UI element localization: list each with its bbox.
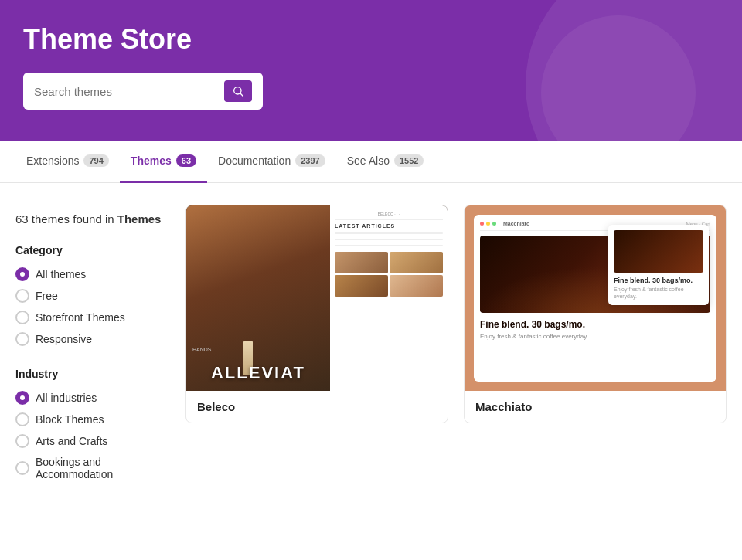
radio-arts-crafts (15, 434, 29, 448)
tab-see-also[interactable]: See Also 1552 (336, 141, 435, 183)
beleco-thumb-4 (390, 275, 443, 297)
filter-block-themes-label: Block Themes (36, 413, 104, 426)
macchiato-name: Macchiato (475, 400, 715, 413)
search-button[interactable] (224, 80, 252, 102)
macchiato-float-img (614, 230, 703, 273)
theme-card-macchiato[interactable]: Macchiato Menu · Cart Fine blend. 30 bag… (464, 205, 727, 423)
beleco-thumb-2 (390, 252, 443, 273)
macchiato-float-title: Fine blend. 30 bags/mo. (614, 277, 703, 284)
beleco-image-grid (335, 252, 443, 297)
search-icon (232, 85, 244, 97)
beleco-hands-label: HANDS (192, 347, 212, 352)
tab-themes[interactable]: Themes 63 (120, 141, 207, 183)
filter-free-label: Free (36, 290, 58, 302)
category-filter-title: Category (15, 244, 170, 256)
filter-free[interactable]: Free (15, 289, 170, 303)
tab-documentation-label: Documentation (218, 154, 291, 167)
macchiato-floating-card: Fine blend. 30 bags/mo. Enjoy fresh & fa… (608, 225, 709, 305)
beleco-left-panel: HANDS ALLEVIAT (186, 205, 330, 391)
tab-themes-badge: 63 (176, 154, 196, 167)
search-bar (23, 73, 263, 110)
filter-arts-crafts[interactable]: Arts and Crafts (15, 434, 170, 448)
tab-themes-label: Themes (131, 154, 172, 167)
filter-block-themes[interactable]: Block Themes (15, 412, 170, 426)
filter-storefront[interactable]: Storefront Themes (15, 311, 170, 324)
beleco-name: Beleco (197, 400, 437, 413)
themes-grid: HANDS ALLEVIAT BELECO · · · LATEST ARTIC… (186, 205, 727, 423)
filter-all-themes-label: All themes (36, 268, 86, 280)
svg-line-1 (240, 93, 243, 97)
search-input[interactable] (34, 85, 224, 98)
page-title: Theme Store (23, 23, 719, 56)
tab-see-also-badge: 1552 (394, 154, 424, 167)
filter-responsive-label: Responsive (36, 333, 92, 345)
tab-see-also-label: See Also (347, 154, 390, 167)
macchiato-description: Enjoy fresh & fantastic coffee everyday. (480, 332, 710, 341)
filter-responsive[interactable]: Responsive (15, 332, 170, 346)
radio-all-industries (15, 391, 29, 405)
tab-extensions-label: Extensions (26, 154, 79, 167)
radio-block-themes (15, 412, 29, 426)
beleco-preview: HANDS ALLEVIAT BELECO · · · LATEST ARTIC… (186, 205, 448, 391)
filter-all-themes[interactable]: All themes (15, 267, 170, 281)
radio-free (15, 289, 29, 303)
beleco-thumb-1 (335, 252, 388, 273)
site-header: Theme Store (0, 0, 742, 141)
filter-arts-crafts-label: Arts and Crafts (36, 435, 107, 447)
dot-red (480, 222, 484, 226)
beleco-divider-3 (335, 245, 443, 246)
svg-point-0 (234, 87, 241, 94)
tab-extensions[interactable]: Extensions 794 (15, 141, 120, 183)
results-context: Themes (117, 212, 162, 226)
macchiato-info: Macchiato (465, 391, 726, 423)
radio-all-themes (15, 267, 29, 281)
filter-all-industries[interactable]: All industries (15, 391, 170, 405)
macchiato-mockup: Macchiato Menu · Cart Fine blend. 30 bag… (465, 205, 726, 391)
beleco-right-panel: BELECO · · · LATEST ARTICLES (330, 205, 448, 391)
tab-documentation-badge: 2397 (295, 154, 325, 167)
tab-extensions-badge: 794 (83, 154, 108, 167)
filter-all-industries-label: All industries (36, 392, 97, 404)
results-summary: 63 themes found in Themes (15, 206, 170, 226)
macchiato-preview: Macchiato Menu · Cart Fine blend. 30 bag… (465, 205, 726, 391)
beleco-mockup: HANDS ALLEVIAT BELECO · · · LATEST ARTIC… (186, 205, 448, 391)
beleco-info: Beleco (186, 391, 448, 423)
category-filter: Category All themes Free Storefront Them… (15, 244, 170, 346)
industry-filter: Industry All industries Block Themes Art… (15, 368, 170, 480)
beleco-nav-bar: BELECO · · · (335, 212, 443, 220)
macchiato-float-sub: Enjoy fresh & fantastic coffee everyday. (614, 286, 703, 300)
beleco-thumb-3 (335, 275, 388, 297)
theme-card-beleco[interactable]: HANDS ALLEVIAT BELECO · · · LATEST ARTIC… (186, 205, 448, 423)
radio-storefront (15, 311, 29, 324)
beleco-divider-2 (335, 239, 443, 240)
beleco-divider-1 (335, 232, 443, 234)
sidebar: 63 themes found in Themes Category All t… (15, 199, 170, 550)
radio-responsive (15, 332, 29, 346)
dot-yellow (486, 222, 490, 226)
beleco-brand-text: ALLEVIAT (186, 363, 330, 383)
macchiato-brand: Macchiato (503, 221, 529, 226)
filter-bookings[interactable]: Bookings and Accommodation (15, 456, 170, 480)
tabs-bar: Extensions 794 Themes 63 Documentation 2… (0, 141, 742, 183)
beleco-article-title: LATEST ARTICLES (335, 223, 443, 229)
themes-grid-area: HANDS ALLEVIAT BELECO · · · LATEST ARTIC… (186, 199, 727, 550)
tab-documentation[interactable]: Documentation 2397 (207, 141, 336, 183)
main-content: 63 themes found in Themes Category All t… (0, 183, 742, 560)
macchiato-tagline: Fine blend. 30 bags/mo. (480, 319, 710, 330)
radio-bookings (15, 461, 29, 475)
industry-filter-title: Industry (15, 368, 170, 380)
filter-storefront-label: Storefront Themes (36, 311, 125, 324)
filter-bookings-label: Bookings and Accommodation (36, 456, 170, 480)
results-prefix: 63 themes found in (15, 212, 117, 226)
dot-green (492, 222, 496, 226)
